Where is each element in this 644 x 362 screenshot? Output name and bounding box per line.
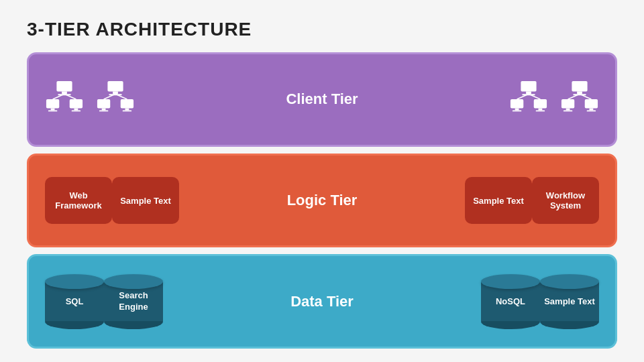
svg-rect-19 <box>123 111 132 112</box>
client-tier-label: Client Tier <box>135 90 509 108</box>
svg-rect-27 <box>513 111 522 112</box>
svg-rect-23 <box>526 92 531 95</box>
svg-rect-17 <box>121 99 133 109</box>
data-tier: SQL Search Engine Data Tier No <box>27 254 617 349</box>
svg-rect-16 <box>99 111 109 112</box>
network-cluster-icon-2 <box>96 80 135 119</box>
nosql-cylinder: NoSQL <box>481 274 540 329</box>
client-icons-right <box>509 80 599 119</box>
logic-sample-text-1-box: Sample Text <box>112 177 179 224</box>
svg-rect-26 <box>515 109 519 111</box>
sql-cylinder: SQL <box>45 274 104 329</box>
workflow-system-box: Workflow System <box>532 177 599 224</box>
svg-rect-41 <box>587 111 596 112</box>
svg-rect-38 <box>564 111 573 112</box>
network-cluster-icon-1 <box>45 80 84 119</box>
svg-rect-0 <box>56 81 72 91</box>
svg-rect-11 <box>107 81 123 91</box>
logic-sample-text-2-box: Sample Text <box>465 177 532 224</box>
data-sample-text-cylinder: Sample Text <box>540 274 599 329</box>
svg-rect-40 <box>590 109 594 111</box>
svg-rect-7 <box>74 109 78 111</box>
network-cluster-icon-4 <box>560 80 599 119</box>
svg-rect-18 <box>125 109 129 111</box>
svg-rect-3 <box>46 99 59 109</box>
client-tier: Client Tier <box>27 52 617 147</box>
web-framework-box: Web Framework <box>45 177 112 224</box>
svg-rect-12 <box>113 92 118 95</box>
slide: 3-TIER ARCHITECTURE <box>0 0 644 362</box>
svg-rect-37 <box>566 109 570 111</box>
page-title: 3-TIER ARCHITECTURE <box>27 19 617 40</box>
svg-rect-6 <box>70 99 83 109</box>
logic-tier-label: Logic Tier <box>179 192 465 209</box>
svg-rect-5 <box>48 111 58 112</box>
svg-rect-28 <box>534 99 547 109</box>
svg-rect-36 <box>561 99 574 109</box>
svg-rect-4 <box>51 109 55 111</box>
svg-rect-39 <box>585 99 598 109</box>
svg-rect-33 <box>572 81 587 91</box>
svg-rect-14 <box>97 99 110 109</box>
svg-rect-1 <box>62 92 67 95</box>
logic-tier: Web Framework Sample Text Logic Tier Sam… <box>27 154 617 248</box>
network-cluster-icon-3 <box>509 80 548 119</box>
tiers-container: Client Tier <box>27 52 617 349</box>
svg-rect-34 <box>577 92 582 95</box>
svg-rect-30 <box>536 111 545 112</box>
svg-rect-29 <box>539 109 543 111</box>
svg-rect-22 <box>521 81 536 91</box>
svg-rect-8 <box>72 111 81 112</box>
data-tier-label: Data Tier <box>163 293 481 310</box>
search-engine-cylinder: Search Engine <box>104 274 163 329</box>
svg-rect-25 <box>511 99 523 109</box>
svg-rect-15 <box>102 109 106 111</box>
client-icons-left <box>45 80 135 119</box>
